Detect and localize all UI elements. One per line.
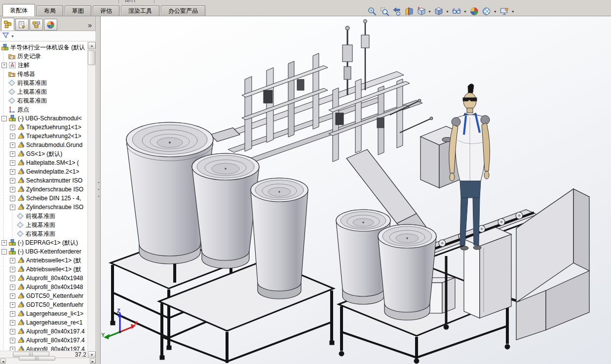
- tree-expander-icon[interactable]: +: [10, 311, 15, 317]
- tree-item[interactable]: +Trapezfuehrung2<1>: [0, 132, 88, 141]
- panel-horizontal-scrollbar[interactable]: ◀ ▶: [0, 358, 96, 364]
- hide-show-items-dropdown-arrow[interactable]: ▼: [463, 5, 468, 18]
- command-tab[interactable]: 布局: [37, 5, 63, 16]
- previous-view-icon[interactable]: [390, 5, 403, 18]
- tree-item[interactable]: +Lagergehaeuse_li<1>: [0, 309, 88, 318]
- tree-expander-icon[interactable]: +: [10, 125, 15, 130]
- tree-expander-icon[interactable]: -: [1, 116, 7, 121]
- view-settings-icon[interactable]: [498, 5, 511, 18]
- tree-item[interactable]: +Halteplatte.SM<1> (: [0, 158, 88, 167]
- tree-expander-icon[interactable]: +: [10, 285, 15, 290]
- tree-item[interactable]: +Aluprofil_80x40x197.4: [0, 336, 88, 345]
- tree-expander-icon[interactable]: +: [10, 160, 15, 166]
- tree-item[interactable]: +Abtriebswelle<1> (默: [0, 265, 88, 274]
- tree-item[interactable]: 前视基准面: [0, 212, 88, 220]
- apply-scene-dropdown-arrow[interactable]: ▼: [493, 5, 498, 18]
- tree-item[interactable]: -(-) UBG-Kettenfoerderer: [0, 247, 88, 256]
- tree-item[interactable]: 历史记录: [0, 52, 88, 61]
- scroll-left-button[interactable]: ◀: [0, 359, 6, 364]
- tree-item[interactable]: 前视基准面: [0, 78, 88, 87]
- tree-item[interactable]: 原点: [0, 105, 88, 114]
- tree-item[interactable]: +Aluprofil_80x40x1948: [0, 283, 88, 291]
- tree-item[interactable]: +Aluprofil_80x40x1948: [0, 274, 88, 283]
- panel-overflow-button[interactable]: »: [88, 21, 94, 31]
- tree-expander-icon[interactable]: +: [10, 329, 15, 334]
- featuremanager-tab[interactable]: [1, 18, 14, 31]
- filter-icon[interactable]: [2, 32, 9, 41]
- tree-item[interactable]: +Zylinderschraube ISO: [0, 185, 88, 194]
- tree-item[interactable]: 半导体行业一体机设备 (默认: [0, 43, 88, 52]
- hide-show-items-icon[interactable]: [451, 5, 463, 18]
- gantry-structure[interactable]: [222, 20, 433, 168]
- tree-item[interactable]: +Sechskantmutter ISO: [0, 176, 88, 185]
- graphics-area[interactable]: Z X Y: [101, 16, 611, 364]
- view-orientation-dropdown-arrow[interactable]: ▼: [427, 5, 433, 18]
- tree-expander-icon[interactable]: +: [10, 169, 15, 175]
- scroll-right-button[interactable]: ▶: [90, 359, 96, 364]
- tree-item[interactable]: +Trapezfuehrung1<1>: [0, 123, 88, 132]
- tree-expander-icon[interactable]: +: [10, 143, 15, 148]
- tree-expander-icon[interactable]: +: [10, 258, 15, 263]
- tree-item[interactable]: -(-) UBG-Schraubmodul<: [0, 114, 88, 123]
- view-settings-dropdown-arrow[interactable]: ▼: [511, 5, 516, 18]
- tree-expander-icon[interactable]: +: [10, 267, 15, 272]
- zoom-to-fit-icon[interactable]: [366, 5, 378, 18]
- view-orientation-icon[interactable]: [415, 5, 427, 18]
- filter-dropdown-arrow[interactable]: ▼: [11, 35, 14, 38]
- tree-item[interactable]: +Gewindeplatte.2<1>: [0, 167, 88, 176]
- bowl-feeder-3[interactable]: [251, 178, 308, 299]
- command-tab[interactable]: 评估: [93, 5, 119, 16]
- tree-expander-icon[interactable]: +: [10, 134, 15, 139]
- tree-item[interactable]: +Schraubmodul.Grund: [0, 141, 88, 149]
- tree-expander-icon[interactable]: -: [1, 249, 7, 255]
- display-style-dropdown-arrow[interactable]: ▼: [445, 5, 451, 18]
- tree-item[interactable]: +注解: [0, 61, 88, 70]
- tree-item[interactable]: +Scheibe DIN 125 - 4,: [0, 194, 88, 203]
- tree-item[interactable]: +GDTC50_Kettenfuehr: [0, 291, 88, 300]
- tree-item[interactable]: 上视基准面: [0, 220, 88, 229]
- tree-item[interactable]: 上视基准面: [0, 87, 88, 96]
- tree-item[interactable]: +Antriebswelle<1> (默: [0, 256, 88, 265]
- command-tab[interactable]: 渲染工具: [121, 5, 159, 16]
- vertical-scrollbar-thumb[interactable]: [88, 50, 95, 65]
- scroll-down-button[interactable]: ▼: [88, 351, 96, 358]
- tree-expander-icon[interactable]: +: [10, 338, 15, 343]
- bowl-feeder-5[interactable]: [378, 224, 436, 320]
- white-cabinet[interactable]: [464, 227, 511, 318]
- command-tab[interactable]: 装配体: [2, 4, 35, 16]
- tree-item[interactable]: 右视基准面: [0, 96, 88, 105]
- tree-expander-icon[interactable]: +: [10, 205, 15, 210]
- command-tab[interactable]: 办公室产品: [161, 5, 205, 16]
- tree-expander-icon[interactable]: +: [1, 63, 7, 68]
- tree-item[interactable]: 右视基准面: [0, 229, 88, 238]
- display-style-icon[interactable]: [433, 5, 445, 18]
- zoom-to-area-icon[interactable]: [378, 5, 390, 18]
- tree-item[interactable]: +Lagergehaeuse_re<1: [0, 318, 88, 327]
- tree-vertical-scrollbar[interactable]: ▲: [87, 42, 96, 351]
- apply-scene-icon[interactable]: [481, 5, 493, 18]
- tree-item[interactable]: +GDTC50_Kettenfuehr: [0, 300, 88, 309]
- tree-item[interactable]: +Aluprofil_80x40x197.4: [0, 327, 88, 336]
- bowl-feeder-2[interactable]: [192, 153, 259, 268]
- section-view-icon[interactable]: [403, 5, 415, 18]
- tree-item[interactable]: 传感器: [0, 70, 88, 78]
- tree-expander-icon[interactable]: +: [10, 178, 15, 183]
- displaymanager-tab[interactable]: [44, 19, 57, 31]
- tree-expander-icon[interactable]: +: [10, 302, 15, 308]
- command-tab[interactable]: 草图: [65, 5, 91, 16]
- panel-splitter[interactable]: [96, 16, 101, 364]
- tree-item[interactable]: +GS<1> (默认): [0, 149, 88, 158]
- tree-expander-icon[interactable]: +: [10, 196, 15, 201]
- tree-expander-icon[interactable]: +: [10, 320, 15, 326]
- tree-expander-icon[interactable]: +: [10, 151, 15, 157]
- panel-scrollbar-thumb[interactable]: [19, 356, 55, 361]
- tree-expander-icon[interactable]: +: [10, 276, 15, 281]
- tree-expander-icon[interactable]: +: [10, 293, 15, 299]
- configurationmanager-tab[interactable]: [30, 19, 43, 31]
- edit-appearance-icon[interactable]: [468, 5, 481, 18]
- tree-expander-icon[interactable]: +: [1, 240, 7, 246]
- tree-item[interactable]: +Zylinderschraube ISO: [0, 203, 88, 212]
- tree-item[interactable]: +(-) DEPRAG<1> (默认): [0, 238, 88, 247]
- assembly-3d-scene[interactable]: Z X Y: [101, 16, 611, 364]
- tree-expander-icon[interactable]: +: [10, 187, 15, 192]
